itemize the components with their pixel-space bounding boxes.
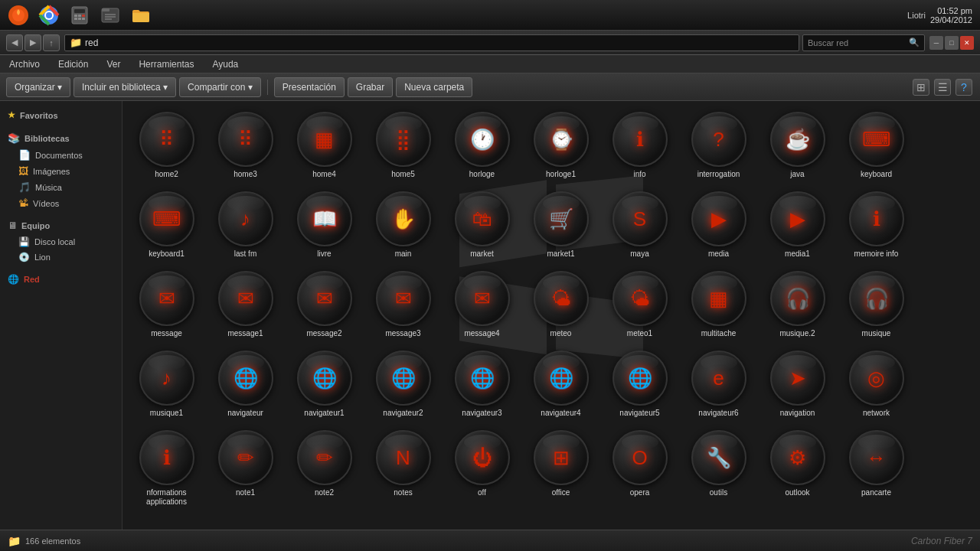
help-icon[interactable]: ? <box>956 79 972 96</box>
icon-item-message[interactable]: ✉message <box>130 268 203 341</box>
icon-item-navigateur1[interactable]: 🌐navigateur1 <box>288 347 361 421</box>
sidebar-item-imagenes[interactable]: 🖼 Imágenes <box>0 163 122 179</box>
sidebar-item-videos[interactable]: 📽 Vídeos <box>0 195 122 211</box>
icon-item-navigateur6[interactable]: enavigateur6 <box>682 347 755 421</box>
icon-item-navigateur4[interactable]: 🌐navigateur4 <box>524 347 597 421</box>
icon-item-office[interactable]: ⊞office <box>524 427 597 510</box>
compartir-button[interactable]: Compartir con ▾ <box>179 77 261 97</box>
icon-circle-navigateur2: 🌐 <box>376 350 431 406</box>
icon-item-java[interactable]: ☕java <box>761 109 834 182</box>
incluir-button[interactable]: Incluir en biblioteca ▾ <box>74 77 176 97</box>
icon-item-message1[interactable]: ✉message1 <box>209 268 282 341</box>
sidebar-item-documentos[interactable]: 📄 Documentos <box>0 147 122 163</box>
icon-item-memoire_info[interactable]: ℹmemoire info <box>840 188 913 262</box>
folder-taskbar-icon[interactable] <box>127 2 155 29</box>
svg-rect-8 <box>78 15 81 17</box>
icon-item-note2[interactable]: ✏note2 <box>288 427 361 510</box>
icon-item-horloge1[interactable]: ⌚horloge1 <box>524 109 597 182</box>
icon-item-outils[interactable]: 🔧outils <box>682 427 755 510</box>
icon-item-network[interactable]: ◎network <box>840 347 913 421</box>
icon-item-horloge[interactable]: 🕐horloge <box>446 109 518 182</box>
icon-item-message2[interactable]: ✉message2 <box>288 268 361 341</box>
up-button[interactable]: ↑ <box>43 34 60 51</box>
icon-item-opera[interactable]: Oopera <box>603 427 676 510</box>
icon-item-message3[interactable]: ✉message3 <box>367 268 439 341</box>
icon-item-navigation[interactable]: ➤navigation <box>761 347 834 421</box>
icon-circle-keyboard1: ⌨ <box>139 191 194 246</box>
icon-circle-home2: ⠿ <box>139 112 194 167</box>
icon-item-musique[interactable]: 🎧musique <box>840 268 913 341</box>
icon-circle-media: ▶ <box>691 191 746 246</box>
icon-item-meteo[interactable]: 🌤meteo <box>524 268 597 341</box>
icon-item-info[interactable]: ℹinfo <box>603 109 676 182</box>
libraries-label: Bibliotecas <box>24 134 70 143</box>
files-icon[interactable] <box>96 2 124 29</box>
icon-circle-off: ⏻ <box>455 430 510 485</box>
icon-item-media[interactable]: ▶media <box>682 188 755 262</box>
menu-ver[interactable]: Ver <box>103 57 123 71</box>
sidebar-favorites-header[interactable]: ★ Favoritos <box>0 107 122 123</box>
icon-item-meteo1[interactable]: 🌤meteo1 <box>603 268 676 341</box>
address-bar[interactable]: 📁 red <box>64 34 799 51</box>
icon-item-keyboard[interactable]: ⌨keyboard <box>840 109 913 182</box>
icon-item-market[interactable]: 🛍market <box>446 188 518 262</box>
icon-label-nformations_applications: nformations applications <box>133 488 200 507</box>
icon-item-notes[interactable]: Nnotes <box>367 427 439 510</box>
icon-item-home5[interactable]: ⣿home5 <box>367 109 439 182</box>
icon-item-nformations_applications[interactable]: ℹnformations applications <box>130 427 203 510</box>
ubuntu-icon[interactable] <box>5 2 32 29</box>
icon-item-message4[interactable]: ✉message4 <box>446 268 518 341</box>
menu-herramientas[interactable]: Herramientas <box>136 57 197 71</box>
menu-ayuda[interactable]: Ayuda <box>209 57 241 71</box>
view-details-icon[interactable]: ☰ <box>934 79 951 96</box>
close-button[interactable]: ✕ <box>960 36 974 50</box>
forward-button[interactable]: ▶ <box>24 34 41 51</box>
icon-item-navigateur5[interactable]: 🌐navigateur5 <box>603 347 676 421</box>
icon-symbol-message: ✉ <box>158 287 175 311</box>
menu-edicion[interactable]: Edición <box>55 57 91 71</box>
icon-item-musique1[interactable]: ♪musique1 <box>130 347 203 421</box>
user-label: Liotri <box>907 11 926 20</box>
icon-circle-notes: N <box>376 430 431 485</box>
icon-label-market: market <box>470 249 494 259</box>
organizar-button[interactable]: Organizar ▾ <box>6 77 70 97</box>
icon-item-off[interactable]: ⏻off <box>446 427 518 510</box>
icon-item-keyboard1[interactable]: ⌨keyboard1 <box>130 188 203 262</box>
icon-item-home4[interactable]: ▦home4 <box>288 109 361 182</box>
sidebar-item-disco[interactable]: 💾 Disco local <box>0 234 122 249</box>
search-bar[interactable]: Buscar red 🔍 <box>802 34 925 51</box>
icon-item-livre[interactable]: 📖livre <box>288 188 361 262</box>
icon-item-market1[interactable]: 🛒market1 <box>524 188 597 262</box>
calculator-icon[interactable] <box>66 2 93 29</box>
icon-item-note1[interactable]: ✏note1 <box>209 427 282 510</box>
sidebar-computer-header[interactable]: 🖥 Equipo <box>0 217 122 234</box>
sidebar-libraries-header[interactable]: 📚 Bibliotecas <box>0 129 122 147</box>
icon-item-navigateur[interactable]: 🌐navigateur <box>209 347 282 421</box>
icon-item-navigateur3[interactable]: 🌐navigateur3 <box>446 347 518 421</box>
presentacion-button[interactable]: Presentación <box>274 77 345 97</box>
sidebar-item-musica[interactable]: 🎵 Música <box>0 179 122 195</box>
nueva-carpeta-button[interactable]: Nueva carpeta <box>396 77 472 97</box>
chrome-icon[interactable] <box>35 2 63 29</box>
grabar-button[interactable]: Grabar <box>348 77 393 97</box>
icon-item-home2[interactable]: ⠿home2 <box>130 109 203 182</box>
icon-item-last_fm[interactable]: ♪last fm <box>209 188 282 262</box>
icon-item-maya[interactable]: Smaya <box>603 188 676 262</box>
icon-item-outlook[interactable]: ⚙outlook <box>761 427 834 510</box>
icon-item-home3[interactable]: ⠿home3 <box>209 109 282 182</box>
icon-item-pancarte[interactable]: ↔pancarte <box>840 427 913 510</box>
minimize-button[interactable]: ─ <box>929 36 943 50</box>
icon-item-interrogation[interactable]: ?interrogation <box>682 109 755 182</box>
menu-archivo[interactable]: Archivo <box>6 57 43 71</box>
view-large-icon[interactable]: ⊞ <box>913 79 929 96</box>
icon-item-musique2[interactable]: 🎧musique.2 <box>761 268 834 341</box>
icon-item-navigateur2[interactable]: 🌐navigateur2 <box>367 347 439 421</box>
maximize-button[interactable]: □ <box>945 36 959 50</box>
date: 29/04/2012 <box>930 15 972 24</box>
back-button[interactable]: ◀ <box>6 34 23 51</box>
sidebar-network-header[interactable]: 🌐 Red <box>0 271 122 288</box>
sidebar-item-lion[interactable]: 💿 Lion <box>0 249 122 265</box>
icon-item-media1[interactable]: ▶media1 <box>761 188 834 262</box>
icon-item-multitache[interactable]: ▦multitache <box>682 268 755 341</box>
icon-item-main[interactable]: ✋main <box>367 188 439 262</box>
